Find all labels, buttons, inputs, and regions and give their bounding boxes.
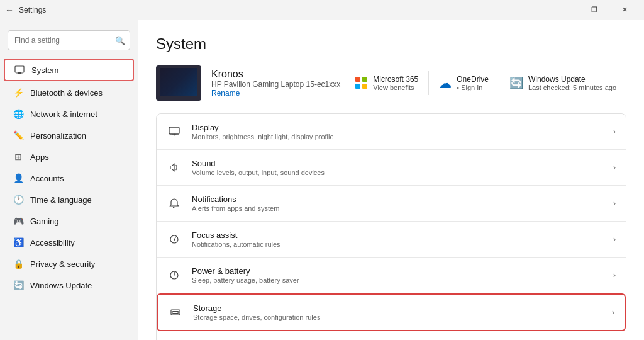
quick-text-onedrive: OneDrive • Sign In: [457, 75, 489, 91]
sidebar-item-windowsupdate[interactable]: 🔄 Windows Update: [4, 275, 134, 295]
titlebar: ← Settings — ❐ ✕: [0, 0, 644, 20]
ms365-icon: [355, 77, 368, 89]
sidebar-item-network-label: Network & internet: [30, 110, 97, 119]
quick-item-winupdate[interactable]: 🔄 Windows Update Last checked: 5 minutes…: [499, 71, 626, 95]
display-text: Display Monitors, brightness, night ligh…: [192, 123, 603, 140]
notifications-arrow: ›: [613, 199, 616, 208]
apps-icon: ⊞: [13, 151, 24, 162]
display-arrow: ›: [613, 127, 616, 136]
settings-list: Display Monitors, brightness, night ligh…: [156, 113, 626, 340]
device-screen: [160, 68, 197, 96]
sidebar-item-time-label: Time & language: [30, 195, 92, 205]
sound-arrow: ›: [613, 163, 616, 172]
ms365-sub: View benefits: [373, 84, 418, 91]
quick-item-ms365[interactable]: Microsoft 365 View benefits: [345, 71, 428, 95]
restore-button[interactable]: ❐: [580, 0, 609, 20]
privacy-icon: 🔒: [13, 258, 24, 269]
device-thumbnail: [156, 65, 201, 101]
display-title: Display: [192, 123, 603, 132]
sidebar-item-personalization[interactable]: ✏️ Personalization: [4, 125, 134, 145]
power-title: Power & battery: [192, 266, 603, 276]
winupdate-sub: Last checked: 5 minutes ago: [528, 84, 616, 91]
power-text: Power & battery Sleep, battery usage, ba…: [192, 266, 603, 284]
page-title: System: [156, 35, 626, 53]
sidebar-item-system[interactable]: System: [4, 59, 134, 81]
sidebar-item-accounts[interactable]: 👤 Accounts: [4, 168, 134, 188]
device-row: Kronos HP Pavilion Gaming Laptop 15-ec1x…: [156, 65, 626, 101]
svg-rect-3: [169, 127, 179, 134]
bluetooth-icon: ⚡: [13, 87, 24, 98]
sidebar-item-personalization-label: Personalization: [30, 131, 86, 140]
focus-sub: Notifications, automatic rules: [192, 241, 603, 248]
sidebar-item-network[interactable]: 🌐 Network & internet: [4, 104, 134, 124]
time-icon: 🕐: [13, 194, 24, 205]
display-sub: Monitors, brightness, night light, displ…: [192, 133, 603, 140]
back-button[interactable]: ←: [5, 5, 14, 15]
sidebar: 🔍 System ⚡ Bluetooth & devices 🌐 Network…: [0, 20, 138, 340]
storage-arrow: ›: [612, 308, 614, 317]
titlebar-controls: — ❐ ✕: [550, 0, 639, 20]
notifications-text: Notifications Alerts from apps and syste…: [192, 195, 603, 212]
sidebar-item-privacy-label: Privacy & security: [30, 259, 95, 269]
sidebar-item-windowsupdate-label: Windows Update: [30, 281, 92, 290]
sidebar-item-accessibility-label: Accessibility: [30, 238, 75, 247]
settings-item-nearby[interactable]: Nearby sharing Discoverability, received…: [157, 331, 626, 340]
onedrive-sub: • Sign In: [457, 84, 489, 91]
sidebar-item-apps-label: Apps: [30, 152, 49, 162]
device-model: HP Pavilion Gaming Laptop 15-ec1xxx: [211, 80, 340, 89]
minimize-button[interactable]: —: [550, 0, 579, 20]
svg-point-7: [177, 312, 179, 313]
sidebar-item-accounts-label: Accounts: [30, 174, 64, 183]
sound-title: Sound: [192, 159, 603, 168]
quick-text-ms365: Microsoft 365 View benefits: [373, 75, 418, 91]
titlebar-left: ← Settings: [5, 5, 46, 15]
sidebar-item-bluetooth[interactable]: ⚡ Bluetooth & devices: [4, 82, 134, 103]
settings-item-focus[interactable]: Focus assist Notifications, automatic ru…: [157, 222, 626, 258]
sidebar-item-gaming-label: Gaming: [30, 217, 59, 226]
quick-item-onedrive[interactable]: ☁ OneDrive • Sign In: [428, 71, 499, 95]
storage-text: Storage Storage space, drives, configura…: [193, 303, 602, 321]
focus-arrow: ›: [613, 235, 616, 244]
svg-rect-0: [15, 66, 24, 72]
sidebar-item-privacy[interactable]: 🔒 Privacy & security: [4, 254, 134, 274]
notifications-icon: [167, 196, 182, 211]
device-rename[interactable]: Rename: [211, 89, 340, 98]
main-content: System Kronos HP Pavilion Gaming Laptop …: [138, 20, 644, 340]
quick-text-winupdate: Windows Update Last checked: 5 minutes a…: [528, 75, 616, 91]
sidebar-item-accessibility[interactable]: ♿ Accessibility: [4, 232, 134, 252]
focus-icon: [167, 232, 182, 247]
device-card: Kronos HP Pavilion Gaming Laptop 15-ec1x…: [156, 65, 340, 101]
quick-access: Microsoft 365 View benefits ☁ OneDrive •…: [345, 71, 626, 95]
settings-item-power[interactable]: Power & battery Sleep, battery usage, ba…: [157, 258, 626, 293]
sound-text: Sound Volume levels, output, input, soun…: [192, 159, 603, 176]
app-layout: 🔍 System ⚡ Bluetooth & devices 🌐 Network…: [0, 20, 644, 340]
onedrive-label: OneDrive: [457, 75, 489, 84]
accessibility-icon: ♿: [13, 237, 24, 248]
device-info: Kronos HP Pavilion Gaming Laptop 15-ec1x…: [211, 69, 340, 98]
sidebar-item-apps[interactable]: ⊞ Apps: [4, 147, 134, 167]
notifications-title: Notifications: [192, 195, 603, 204]
gaming-icon: 🎮: [13, 215, 24, 227]
winupdate-quick-icon: 🔄: [509, 76, 523, 90]
storage-title: Storage: [193, 303, 602, 313]
accounts-icon: 👤: [13, 173, 24, 184]
power-icon: [167, 268, 182, 283]
personalization-icon: ✏️: [13, 130, 24, 141]
onedrive-icon: ☁: [439, 76, 452, 91]
winupdate-label: Windows Update: [528, 75, 616, 84]
power-sub: Sleep, battery usage, battery saver: [192, 276, 603, 284]
storage-icon: [168, 305, 183, 320]
storage-sub: Storage space, drives, configuration rul…: [193, 314, 602, 321]
search-input[interactable]: [8, 30, 130, 50]
sidebar-item-time[interactable]: 🕐 Time & language: [4, 190, 134, 210]
titlebar-title: Settings: [19, 6, 46, 14]
power-arrow: ›: [613, 271, 616, 280]
close-button[interactable]: ✕: [610, 0, 639, 20]
network-icon: 🌐: [13, 108, 24, 120]
settings-item-notifications[interactable]: Notifications Alerts from apps and syste…: [157, 186, 626, 222]
settings-item-display[interactable]: Display Monitors, brightness, night ligh…: [157, 114, 626, 150]
settings-item-storage[interactable]: Storage Storage space, drives, configura…: [157, 293, 626, 331]
sidebar-item-gaming[interactable]: 🎮 Gaming: [4, 211, 134, 231]
settings-item-sound[interactable]: Sound Volume levels, output, input, soun…: [157, 150, 626, 186]
sound-icon: [167, 160, 182, 175]
